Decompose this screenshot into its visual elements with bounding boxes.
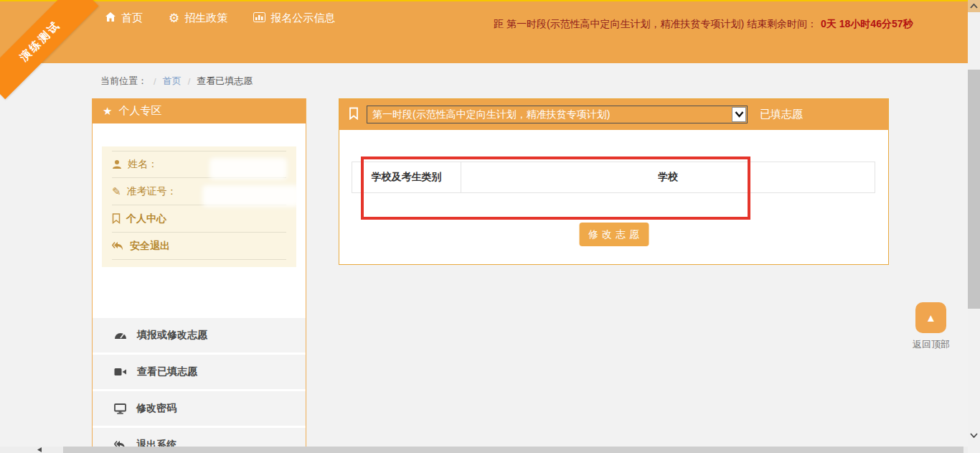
sidebar-title: 个人专区 (118, 104, 161, 118)
personal-center-link[interactable]: 个人中心 (126, 213, 166, 225)
select-dropdown-button[interactable] (732, 107, 746, 122)
scrollbar-corner (968, 447, 980, 453)
batch-select-value: 第一时段(示范性高中定向生计划，精准扶贫专项计划) (372, 108, 610, 121)
modify-volunteer-button[interactable]: 修改志愿 (579, 223, 649, 246)
redacted-name-value (209, 158, 287, 179)
menu-label-fill-modify: 填报或修改志愿 (137, 329, 207, 342)
breadcrumb-current: 查看已填志愿 (197, 75, 253, 88)
sidebar-item-fill-modify[interactable]: 填报或修改志愿 (93, 318, 306, 352)
profile-exam-id-label: 准考证号： (127, 185, 177, 198)
breadcrumb: 当前位置： / 首页 / 查看已填志愿 (100, 75, 253, 88)
scroll-left-arrow[interactable] (37, 447, 42, 452)
top-accent-line (0, 0, 980, 1)
countdown-timer: 距 第一时段(示范性高中定向生计划，精准扶贫专项计划) 结束剩余时间：0天 18… (494, 7, 970, 40)
main-nav: 首页 ⚙ 招生政策 报名公示信息 (105, 9, 335, 27)
back-to-top-button[interactable]: ▲ (915, 302, 946, 333)
panel-title-suffix: 已填志愿 (760, 108, 803, 121)
sidebar-header: ★ 个人专区 (93, 98, 306, 123)
profile-name-label: 姓名： (128, 158, 158, 171)
menu-label-view-filled: 查看已填志愿 (137, 365, 197, 378)
countdown-prefix: 距 第一时段(示范性高中定向生计划，精准扶贫专项计划) 结束剩余时间： (494, 18, 817, 29)
menu-label-change-password: 修改密码 (136, 402, 176, 415)
breadcrumb-separator: / (188, 76, 191, 87)
monitor-icon (114, 403, 126, 414)
horizontal-scrollbar-thumb[interactable] (63, 447, 963, 453)
chevron-down-icon (735, 111, 744, 118)
gauge-icon (114, 331, 127, 340)
safe-exit-link[interactable]: 安全退出 (130, 240, 170, 253)
profile-row-safe-exit[interactable]: 安全退出 (112, 233, 286, 260)
breadcrumb-label: 当前位置： (100, 75, 147, 88)
top-header: 首页 ⚙ 招生政策 报名公示信息 距 第一时段(示范性高中定向生计划，精准扶贫专… (0, 1, 980, 63)
nav-item-policy[interactable]: ⚙ 招生政策 (169, 9, 227, 27)
triangle-left-icon (37, 447, 42, 452)
star-icon: ★ (103, 105, 112, 118)
nav-item-public-info[interactable]: 报名公示信息 (253, 9, 335, 27)
bookmark-icon (349, 107, 359, 123)
breadcrumb-separator: / (154, 76, 156, 87)
sidebar-menu: 填报或修改志愿 查看已填志愿 修改密码 退出系统 (93, 318, 306, 453)
sidebar: ★ 个人专区 姓名： ✎ 准考证号： 个人中心 (92, 98, 306, 453)
user-icon (112, 159, 122, 169)
countdown-value: 0天 18小时46分57秒 (821, 18, 913, 29)
page: 首页 ⚙ 招生政策 报名公示信息 距 第一时段(示范性高中定向生计划，精准扶贫专… (0, 0, 980, 453)
back-to-top-label: 返回顶部 (910, 338, 952, 351)
home-icon (105, 11, 116, 24)
scroll-down-arrow[interactable] (968, 429, 980, 442)
redacted-exam-id-value (202, 185, 299, 207)
bookmark-icon (112, 213, 121, 224)
scroll-up-arrow[interactable] (968, 0, 980, 12)
batch-select[interactable]: 第一时段(示范性高中定向生计划，精准扶贫专项计划) (367, 106, 748, 123)
nav-item-home[interactable]: 首页 (105, 9, 143, 27)
profile-row-personal-center[interactable]: 个人中心 (112, 205, 286, 233)
vertical-scrollbar-thumb[interactable] (968, 70, 980, 309)
reply-icon (112, 241, 124, 251)
up-triangle-icon: ▲ (925, 312, 936, 324)
chevron-up-icon (970, 4, 978, 9)
panel-header: 第一时段(示范性高中定向生计划，精准扶贫专项计划) 已填志愿 (339, 99, 888, 130)
gear-icon: ⚙ (169, 12, 179, 24)
main-panel: 第一时段(示范性高中定向生计划，精准扶贫专项计划) 已填志愿 学校及考生类别 学… (339, 98, 889, 265)
red-highlight-annotation (361, 157, 750, 220)
nav-label-public-info: 报名公示信息 (270, 11, 335, 25)
chevron-down-icon (970, 433, 978, 438)
sidebar-item-change-password[interactable]: 修改密码 (93, 391, 306, 426)
profile-box: 姓名： ✎ 准考证号： 个人中心 安全退出 (102, 146, 296, 267)
nav-label-policy: 招生政策 (184, 11, 227, 25)
vertical-scrollbar[interactable] (968, 0, 980, 447)
bar-chart-icon (253, 12, 265, 24)
horizontal-scrollbar[interactable] (0, 447, 968, 453)
sidebar-item-view-filled[interactable]: 查看已填志愿 (93, 355, 306, 389)
video-camera-icon (114, 368, 127, 376)
edit-icon: ✎ (112, 186, 121, 197)
nav-label-home: 首页 (121, 11, 143, 25)
breadcrumb-home-link[interactable]: 首页 (163, 75, 182, 88)
